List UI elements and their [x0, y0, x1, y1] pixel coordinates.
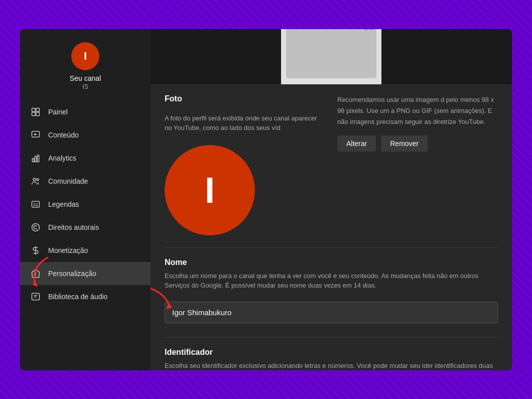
identificador-desc: Escolha seu identificador exclusivo adic… — [165, 361, 498, 370]
channel-handle: IS — [82, 83, 88, 90]
channel-name: Seu canal — [70, 74, 101, 82]
foto-buttons: Alterar Remover — [337, 136, 498, 152]
foto-section: Foto A foto do perfil será exibida onde … — [165, 94, 498, 235]
sidebar: I Seu canal IS Painel Conteúdo Analytics — [20, 29, 151, 370]
svg-point-9 — [33, 178, 36, 181]
svg-rect-20 — [32, 293, 40, 300]
sidebar-label-personalizacao: Personalização — [48, 270, 96, 278]
svg-rect-11 — [32, 201, 40, 207]
laptop-screen — [286, 29, 376, 78]
sidebar-label-direitos: Direitos autorais — [48, 223, 99, 231]
svg-point-10 — [37, 178, 39, 180]
sidebar-label-conteudo: Conteúdo — [48, 131, 79, 139]
nome-input[interactable] — [165, 302, 498, 323]
remover-button[interactable]: Remover — [381, 136, 428, 152]
brush-icon — [30, 268, 41, 279]
sidebar-item-personalizacao[interactable]: Personalização — [20, 262, 151, 285]
sidebar-item-monetizacao[interactable]: Monetização — [20, 239, 151, 262]
play-icon — [30, 129, 41, 141]
divider-2 — [165, 337, 498, 338]
content-inner: Foto A foto do perfil será exibida onde … — [151, 84, 512, 370]
sidebar-item-direitos[interactable]: Direitos autorais — [20, 216, 151, 239]
svg-marker-5 — [35, 133, 38, 135]
main-content: Foto A foto do perfil será exibida onde … — [151, 29, 512, 370]
nome-title: Nome — [165, 258, 498, 267]
subtitles-icon — [30, 199, 41, 210]
foto-right: Recomendamos usar uma imagem d pelo meno… — [337, 94, 498, 152]
sidebar-item-comunidade[interactable]: Comunidade — [20, 170, 151, 193]
sidebar-item-legendas[interactable]: Legendas — [20, 193, 151, 216]
foto-title: Foto — [165, 94, 325, 103]
identificador-section: Identificador Escolha seu identificador … — [165, 348, 498, 370]
sidebar-label-analytics: Analytics — [48, 154, 76, 162]
laptop-dot-1 — [364, 29, 368, 30]
channel-header: I Seu canal IS — [20, 34, 151, 100]
dollar-icon — [30, 245, 41, 256]
sidebar-item-analytics[interactable]: Analytics — [20, 147, 151, 170]
foto-info-text: Recomendamos usar uma imagem d pelo meno… — [337, 94, 498, 127]
laptop-dots — [364, 29, 373, 30]
main-window: I Seu canal IS Painel Conteúdo Analytics — [20, 29, 512, 370]
sidebar-label-monetizacao: Monetização — [48, 246, 88, 254]
bar-chart-icon — [30, 153, 41, 164]
alterar-button[interactable]: Alterar — [337, 136, 376, 152]
svg-rect-0 — [32, 108, 36, 111]
grid-icon — [30, 106, 41, 117]
laptop-graphic — [281, 29, 381, 84]
svg-rect-6 — [32, 158, 34, 162]
sidebar-item-painel[interactable]: Painel — [20, 100, 151, 123]
sidebar-label-legendas: Legendas — [48, 200, 79, 208]
sidebar-label-comunidade: Comunidade — [48, 177, 88, 185]
sidebar-item-conteudo[interactable]: Conteúdo — [20, 123, 151, 147]
sidebar-label-painel: Painel — [48, 108, 68, 116]
avatar: I — [71, 42, 99, 70]
copyright-icon — [30, 222, 41, 233]
profile-avatar-large: I — [165, 145, 255, 235]
svg-point-16 — [32, 223, 40, 231]
svg-point-19 — [35, 275, 36, 276]
laptop-dot-2 — [369, 29, 373, 30]
divider-1 — [165, 247, 498, 248]
svg-rect-3 — [36, 112, 40, 115]
foto-left: Foto A foto do perfil será exibida onde … — [165, 94, 325, 235]
svg-rect-1 — [36, 108, 40, 111]
nome-desc: Escolha um nome para o canal que tenha a… — [165, 271, 498, 291]
sidebar-label-biblioteca: Biblioteca de áudio — [48, 293, 107, 301]
top-preview — [151, 29, 512, 84]
nome-section: Nome Escolha um nome para o canal que te… — [165, 258, 498, 323]
music-icon — [30, 291, 41, 302]
svg-rect-2 — [32, 112, 36, 115]
svg-rect-8 — [37, 155, 39, 162]
foto-desc: A foto do perfil será exibida onde seu c… — [165, 113, 325, 133]
svg-rect-7 — [35, 156, 36, 162]
nome-input-wrapper — [165, 297, 498, 323]
people-icon — [30, 176, 41, 187]
sidebar-item-biblioteca[interactable]: Biblioteca de áudio — [20, 285, 151, 308]
identificador-title: Identificador — [165, 348, 498, 357]
